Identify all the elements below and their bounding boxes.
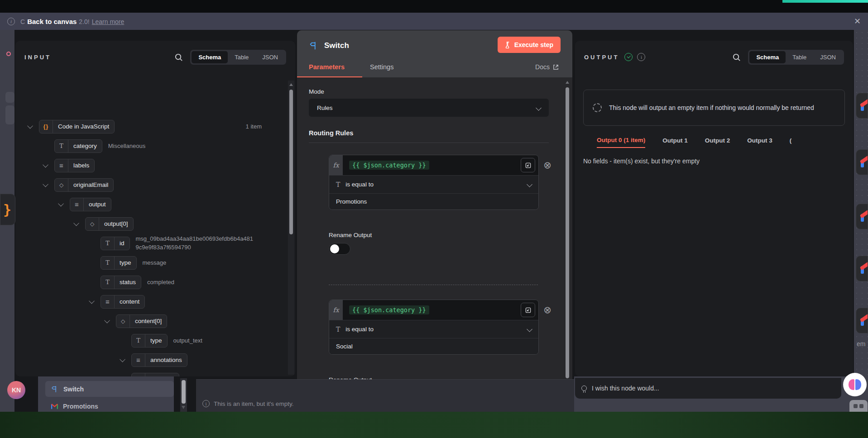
mode-select[interactable]: Rules [309,99,549,117]
field-pill[interactable]: type [131,334,168,348]
code-node-icon: } [3,202,11,218]
tree-row[interactable]: id msg_09bad4aa34aa81be00693efdb6b4a4819… [15,233,295,253]
rule2-expression-field[interactable]: fx {{ $json.category }} [329,300,538,320]
scrollbar-thumb[interactable] [566,87,569,378]
gmail-node-fragment[interactable] [856,308,868,333]
schema-tree: Code in JavaScript 1 item category Misce… [15,117,295,376]
output-branch-tab[interactable]: Output 3 [747,137,772,148]
field-pill[interactable]: annotations [131,353,187,367]
gmail-node-fragment[interactable] [856,204,868,229]
tree-row[interactable]: output [15,195,295,214]
field-pill[interactable]: labels [54,159,95,172]
scroll-up-icon[interactable] [566,81,569,84]
scroll-down-icon[interactable] [182,406,185,409]
output-branch-tab[interactable]: Output 2 [705,137,730,148]
input-scrollbar[interactable] [288,81,294,375]
output-branch-tab[interactable]: Output 1 [662,137,688,148]
chevron-down-icon[interactable] [43,183,54,187]
scrollbar-thumb[interactable] [289,90,293,234]
node-list-item-switch[interactable]: Switch [45,381,174,397]
remove-rule-icon[interactable]: ⊗ [542,160,552,170]
tree-row[interactable]: content [15,292,295,311]
tab-schema[interactable]: Schema [749,51,786,63]
chevron-down-icon[interactable] [28,124,39,129]
tree-row[interactable]: category Miscellaneous [15,136,295,156]
tree-row[interactable]: originalEmail [15,175,295,195]
input-panel: INPUT Schema Table JSON Code in JavaScri… [15,41,295,376]
top-teal-fragment [782,0,868,3]
back-to-canvas-tooltip[interactable]: Back to canvas [27,18,77,25]
tree-row[interactable]: labels [15,156,295,175]
code-node-fragment[interactable]: } [0,194,15,225]
rule1-operator-select[interactable]: T is equal to [329,175,538,193]
field-pill[interactable]: id [101,237,130,250]
chevron-down-icon[interactable] [120,358,131,362]
search-icon[interactable] [732,53,741,62]
expand-expression-icon[interactable] [521,158,535,172]
field-pill[interactable]: content [101,295,145,309]
rule1-value-input[interactable]: Promotions [329,193,538,209]
tree-row[interactable]: annotations [15,350,295,370]
chevron-down-icon [527,326,532,332]
avatar[interactable]: KN [7,381,25,399]
learn-more-link[interactable]: Learn more [92,18,125,25]
dialog-scrollbar[interactable] [564,81,571,390]
rule2-expression[interactable]: {{ $json.category }} [349,305,429,314]
info-icon[interactable]: i [637,53,645,61]
tab-parameters[interactable]: Parameters [309,63,345,71]
chevron-down-icon[interactable] [105,319,116,323]
tree-row[interactable]: logprobs [15,370,295,376]
field-pill[interactable]: type [101,256,137,270]
gmail-node-icon [860,263,868,274]
tab-json[interactable]: JSON [813,51,843,63]
tab-table[interactable]: Table [228,51,255,63]
field-pill[interactable]: content[0] [116,314,167,328]
tree-row[interactable]: type message [15,253,295,272]
chevron-down-icon[interactable] [90,300,101,304]
execute-step-button[interactable]: Execute step [498,37,561,53]
node-feedback-bar[interactable]: I wish this node would... [575,378,841,399]
chevron-down-icon[interactable] [74,222,85,226]
wish-input[interactable]: I wish this node would... [592,385,659,392]
close-icon[interactable]: ✕ [854,17,861,25]
tree-row[interactable]: Code in JavaScript 1 item [15,117,295,136]
gmail-node-fragment[interactable] [856,93,868,119]
scrollbar-thumb[interactable] [182,380,186,404]
tree-row[interactable]: output[0] [15,214,295,233]
tab-table[interactable]: Table [786,51,813,63]
tab-json[interactable]: JSON [255,51,285,63]
chevron-down-icon[interactable] [43,163,54,167]
expand-expression-icon[interactable] [521,303,535,317]
tab-settings[interactable]: Settings [370,63,393,71]
tree-row[interactable]: type output_text [15,331,295,350]
field-pill[interactable]: logprobs [131,373,179,377]
gmail-node-fragment[interactable] [856,256,868,281]
output-branch-tab[interactable]: Output 0 (1 item) [597,137,645,148]
gmail-node-fragment[interactable] [856,149,868,175]
node-list-item-promotions[interactable]: Promotions [45,400,174,413]
search-icon[interactable] [174,53,183,62]
scroll-up-icon[interactable] [289,83,293,86]
field-pill[interactable]: originalEmail [54,178,114,192]
rename-output-toggle[interactable] [329,243,350,255]
chevron-down-icon[interactable] [59,202,70,206]
remove-rule-icon[interactable]: ⊗ [542,305,552,315]
rule1-expression[interactable]: {{ $json.category }} [349,161,429,170]
field-pill[interactable]: status [101,276,141,289]
switch-node-dialog: Switch Execute step Parameters Settings … [297,30,572,393]
output-branch-tab[interactable]: ( [790,137,792,148]
field-label: content [115,298,144,305]
rule2-operator-select[interactable]: T is equal to [329,320,538,338]
field-pill[interactable]: Code in JavaScript [39,120,115,133]
field-pill[interactable]: output [70,198,111,211]
rule1-expression-field[interactable]: fx {{ $json.category }} [329,155,538,175]
mode-label: Mode [309,88,572,95]
tree-row[interactable]: status completed [15,272,295,292]
extension-brain-button[interactable] [843,373,867,396]
field-pill[interactable]: output[0] [85,217,134,231]
field-pill[interactable]: category [54,139,102,153]
rule2-value-input[interactable]: Social [329,338,538,354]
docs-link[interactable]: Docs [535,63,559,71]
tree-row[interactable]: content[0] [15,311,295,331]
tab-schema[interactable]: Schema [192,51,228,63]
